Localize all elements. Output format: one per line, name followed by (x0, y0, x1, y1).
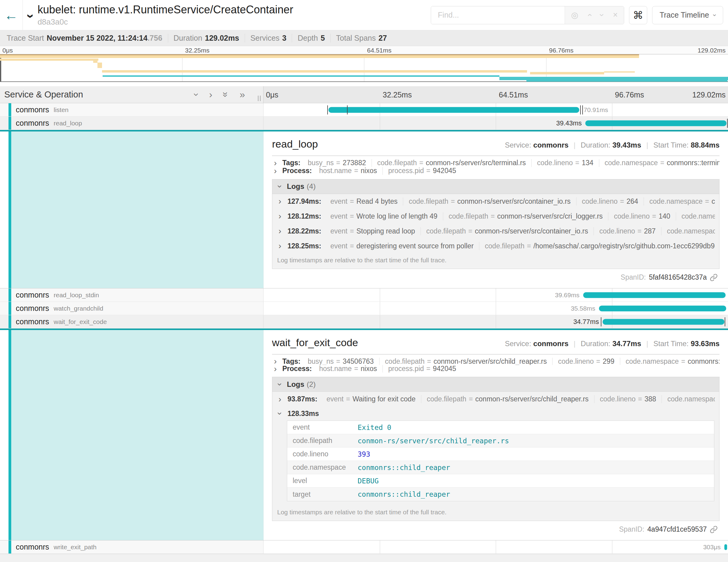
span-timeline-cell[interactable]: 39.43ms (264, 117, 728, 130)
expand-one-icon[interactable]: › (209, 89, 213, 100)
log-fields: event=deregistering event source from po… (325, 242, 715, 250)
equals-sign: = (426, 365, 430, 373)
log-entry[interactable]: ›93.87ms:event=Waiting for exit codecode… (272, 392, 719, 407)
span-name-cell[interactable]: conmonrswrite_exit_path (0, 540, 264, 553)
kv-row: levelDEBUG (287, 474, 714, 488)
span-row[interactable]: conmonrswait_for_exit_code34.77ms (0, 315, 728, 329)
span-row[interactable]: conmonrswrite_exit_path303μs (0, 540, 728, 554)
log-entry[interactable]: ›128.25ms:event=deregistering event sour… (272, 239, 719, 254)
tag-key: event (330, 212, 347, 220)
tag-chip: code.filepath=conmon-rs/server/src/child… (379, 358, 553, 365)
meta-label: Service: (505, 141, 531, 149)
span-duration-bar[interactable] (724, 544, 727, 550)
span-name-cell[interactable]: conmonrsread_loop_stdin (0, 288, 264, 301)
span-id-row: SpanID:4a947cfd1ce59537 (272, 521, 719, 537)
meta-label: Duration: (581, 141, 610, 149)
meta-value: 88.84ms (691, 141, 719, 149)
span-color-bar (9, 330, 11, 540)
log-marker-tick (727, 119, 728, 128)
tag-value: conmon-rs/server/src/cri_logger.rs (497, 212, 603, 220)
summary-value: 27 (379, 34, 387, 43)
log-entry[interactable]: ›128.12ms:event=Wrote log line of length… (272, 209, 719, 224)
equals-sign: = (346, 395, 350, 403)
log-timestamp: 128.25ms: (287, 242, 321, 250)
log-entry[interactable]: ›127.94ms:event=Read 4 bytescode.filepat… (272, 194, 719, 209)
logs-header[interactable]: ›Logs(4) (272, 179, 719, 194)
keyboard-shortcuts-button[interactable]: ⌘ (629, 6, 647, 24)
log-timestamp: 128.22ms: (287, 227, 321, 235)
back-arrow-icon: ← (4, 7, 18, 23)
span-duration-bar[interactable] (583, 292, 726, 298)
summary-label: Trace Start (7, 34, 44, 43)
span-row[interactable]: conmonrsread_loop39.43ms (0, 117, 728, 130)
span-duration-bar[interactable] (328, 107, 579, 113)
tag-chip: busy_ns=34506763 (302, 358, 379, 365)
span-duration-bar[interactable] (585, 120, 726, 126)
column-resizer[interactable] (258, 96, 261, 101)
tag-key: code.lineno (600, 395, 636, 403)
span-row[interactable]: conmonrslisten70.91ms (0, 103, 728, 117)
timeline-gridline (380, 117, 380, 130)
find-input[interactable] (431, 6, 565, 24)
tags-row[interactable]: ›Tags:busy_ns=273882code.filepath=conmon… (272, 159, 719, 167)
span-row[interactable]: conmonrsread_loop_stdin39.69ms (0, 288, 728, 302)
logs-header[interactable]: ›Logs(2) (272, 377, 719, 392)
collapse-trace-chevron-icon[interactable]: › (23, 14, 39, 18)
span-name-cell[interactable]: conmonrslisten (0, 103, 264, 116)
span-operation-name: write_exit_path (54, 543, 97, 551)
span-row[interactable]: conmonrswatch_grandchild35.58ms (0, 302, 728, 315)
log-entry[interactable]: ›128.22ms:event=Stopping read loopcode.f… (272, 224, 719, 239)
process-row[interactable]: ›Process:host.name=nixosprocess.pid=9420… (272, 365, 719, 373)
span-timeline-cell[interactable]: 70.91ms (264, 103, 728, 116)
tag-chip: busy_ns=273882 (302, 159, 372, 167)
log-marker-tick (725, 317, 725, 326)
tag-chip: code.namespace=conmon… (662, 395, 715, 403)
span-duration-label: 39.69ms (555, 291, 580, 299)
log-entry-expanded-header[interactable]: ›128.33ms (272, 407, 719, 421)
equals-sign: = (336, 159, 340, 167)
equals-sign: = (451, 197, 455, 206)
kv-row: code.filepathconmon-rs/server/src/child_… (287, 434, 714, 448)
find-tools: ◎ › › × (565, 6, 624, 24)
equals-sign: = (426, 167, 430, 175)
span-name-cell[interactable]: conmonrswait_for_exit_code (0, 315, 264, 328)
span-service-name: conmonrs (16, 317, 49, 326)
minimap-span-bar (102, 70, 527, 73)
span-rows: conmonrslisten70.91msconmonrsread_loop39… (0, 103, 728, 554)
span-name-cell[interactable]: conmonrsread_loop (0, 117, 264, 130)
minimap-span-bar (93, 60, 97, 63)
back-button[interactable]: ← (0, 0, 22, 30)
log-timestamp: 128.12ms: (287, 212, 321, 220)
trace-view-dropdown[interactable]: Trace Timeline › (652, 6, 723, 24)
span-timeline-cell[interactable]: 39.69ms (264, 288, 728, 301)
tag-chip: code.lineno=134 (532, 159, 599, 167)
prev-result-icon[interactable]: › (585, 14, 594, 16)
tags-row[interactable]: ›Tags:busy_ns=34506763code.filepath=conm… (272, 358, 719, 365)
span-timeline-cell[interactable]: 35.58ms (264, 302, 728, 315)
match-target-icon[interactable]: ◎ (571, 10, 578, 20)
service-operation-header: Service & Operation (4, 90, 83, 100)
span-timeline-cell[interactable]: 303μs (264, 540, 728, 553)
next-result-icon[interactable]: › (597, 14, 607, 16)
tag-key: code.lineno (614, 212, 650, 220)
tag-chip: process.pid=942045 (383, 365, 462, 373)
tag-value: conmon-rs/server/src/container_io.rs (475, 227, 588, 235)
link-icon[interactable] (710, 526, 718, 533)
tag-key: process.pid (388, 365, 424, 373)
span-duration-bar[interactable] (603, 319, 724, 325)
link-icon[interactable] (710, 274, 718, 281)
expand-all-icon[interactable]: » (240, 89, 245, 100)
process-row[interactable]: ›Process:host.name=nixosprocess.pid=9420… (272, 167, 719, 175)
collapse-all-icon[interactable]: » (220, 92, 232, 97)
log-fields: event=Read 4 bytescode.filepath=conmon-r… (325, 197, 715, 206)
span-timeline-cell[interactable]: 34.77ms (264, 315, 728, 328)
span-duration-bar[interactable] (599, 305, 726, 311)
minimap-canvas[interactable] (0, 54, 728, 82)
span-name-cell[interactable]: conmonrswatch_grandchild (0, 302, 264, 315)
clear-find-icon[interactable]: × (613, 10, 618, 20)
tag-key: code.namespace (667, 395, 715, 403)
kv-value: conmon-rs/server/src/child_reaper.rs (358, 437, 509, 445)
span-operation-name: watch_grandchild (54, 305, 103, 312)
time-tick-label: 64.51ms (496, 90, 528, 99)
collapse-one-icon[interactable]: › (191, 93, 202, 96)
